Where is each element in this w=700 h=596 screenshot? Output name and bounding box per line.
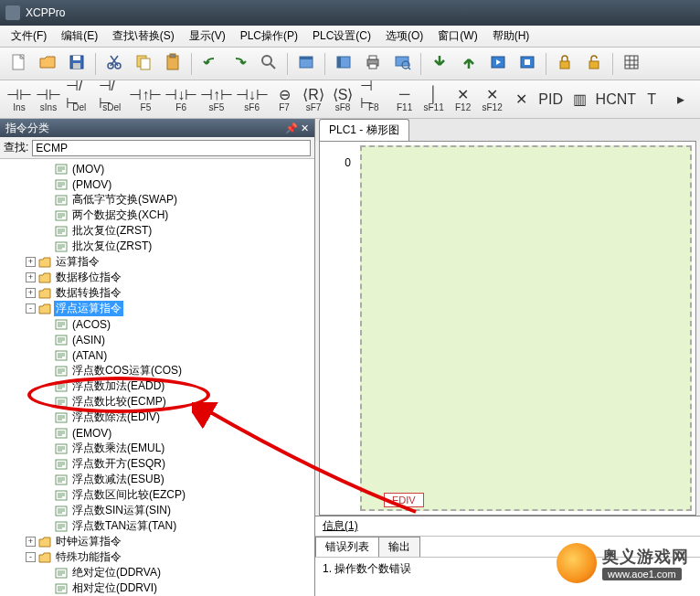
plc-tool-sF5[interactable]: ⊣↑⊢sF5 <box>200 82 234 117</box>
save-file-button[interactable] <box>64 51 90 77</box>
plc-tool-Del[interactable]: ⊣/⊢Del <box>64 82 95 117</box>
plc-tool-sF11[interactable]: │sF11 <box>420 82 448 117</box>
window1-button[interactable] <box>293 51 319 77</box>
plc-tool-sF6[interactable]: ⊣↓⊢sF6 <box>235 82 269 117</box>
tree-leaf[interactable]: 批次复位(ZRST) <box>0 239 314 254</box>
tree-leaf[interactable]: 浮点数区间比较(EZCP) <box>0 487 314 503</box>
expand-toggle-icon[interactable]: - <box>26 303 36 314</box>
plc-tool-sDel[interactable]: ⊣/⊢sDel <box>97 82 128 117</box>
ladder-canvas[interactable] <box>360 145 692 511</box>
new-file-button[interactable] <box>5 51 31 77</box>
tree-spacer <box>42 164 52 174</box>
open-file-button[interactable] <box>35 51 60 77</box>
lock2-button[interactable] <box>581 51 607 77</box>
tree-leaf[interactable]: (ACOS) <box>0 316 314 332</box>
tree-leaf[interactable]: 绝对定位(DDRVA) <box>0 565 314 580</box>
tree-leaf[interactable]: 浮点数COS运算(COS) <box>0 363 314 378</box>
pin-icon[interactable]: 📌 ✕ <box>285 122 309 134</box>
stop-button[interactable] <box>514 51 540 77</box>
expand-toggle-icon[interactable]: + <box>26 537 36 547</box>
menu-item[interactable]: PLC操作(P) <box>233 27 305 46</box>
plc-tool-T[interactable]: T <box>638 82 665 117</box>
copy-button[interactable] <box>131 51 156 77</box>
menu-item[interactable]: 文件(F) <box>4 27 54 46</box>
search-label: 查找: <box>4 140 28 155</box>
window2-button[interactable] <box>331 51 356 77</box>
plc-tool-Ins[interactable]: ⊣⊢Ins <box>5 82 33 117</box>
ladder-editor[interactable]: 0 EDIV <box>319 141 696 516</box>
expand-toggle-icon[interactable]: + <box>26 288 36 298</box>
download-icon <box>430 53 449 74</box>
menu-item[interactable]: 查找\替换(S) <box>105 27 181 46</box>
tree-leaf[interactable]: (ASIN) <box>0 332 314 347</box>
plc-tool-sF7[interactable]: ⟨R⟩sF7 <box>300 82 327 117</box>
tree-leaf[interactable]: 高低字节交换(SWAP) <box>0 192 314 208</box>
plc-tool-F11[interactable]: ─F11 <box>391 82 419 117</box>
plc-tool-✕[interactable]: ✕ <box>508 82 536 117</box>
plc-tool-F6[interactable]: ⊣↓⊢F6 <box>164 82 198 117</box>
tree-node-label: 浮点数加法(EADD) <box>70 378 166 394</box>
redo-button[interactable] <box>227 51 252 77</box>
tree-leaf[interactable]: 浮点数减法(ESUB) <box>0 472 314 487</box>
undo-button[interactable] <box>197 51 223 77</box>
plc-tool-label: sF8 <box>335 102 351 112</box>
svg-rect-25 <box>625 56 638 69</box>
tree-folder[interactable]: +运算指令 <box>0 254 314 270</box>
tree-leaf[interactable]: (MOV) <box>0 161 314 176</box>
run-button[interactable] <box>485 51 511 77</box>
tree-leaf[interactable]: (EMOV) <box>0 425 314 441</box>
plc-tool-HCNT[interactable]: HCNT <box>596 82 636 117</box>
tree-leaf[interactable]: 浮点数乘法(EMUL) <box>0 441 314 456</box>
menu-item[interactable]: PLC设置(C) <box>305 27 378 46</box>
tree-leaf[interactable]: 批次复位(ZRST) <box>0 223 314 239</box>
tree-leaf[interactable]: 两个数据交换(XCH) <box>0 208 314 223</box>
tree-folder[interactable]: +数据转换指令 <box>0 285 314 301</box>
plc-tool-F12[interactable]: ✕F12 <box>450 82 477 117</box>
tree-leaf[interactable]: 浮点数TAN运算(TAN) <box>0 518 314 534</box>
tree-folder[interactable]: +时钟运算指令 <box>0 534 314 549</box>
info-tab[interactable]: 输出 <box>378 537 420 557</box>
info-tab[interactable]: 错误列表 <box>315 537 379 557</box>
tree-leaf[interactable]: 浮点数比较(ECMP) <box>0 394 314 410</box>
paste-button[interactable] <box>160 51 186 77</box>
plc-tool-▥[interactable]: ▥ <box>567 82 594 117</box>
instruction-tree[interactable]: (MOV)(PMOV)高低字节交换(SWAP)两个数据交换(XCH)批次复位(Z… <box>0 159 314 596</box>
expand-toggle-icon[interactable]: + <box>26 257 36 267</box>
menu-item[interactable]: 帮助(H) <box>485 27 537 46</box>
plc-tool-F7[interactable]: ⊖F7 <box>270 82 298 117</box>
cut-button[interactable] <box>101 51 127 77</box>
tree-folder[interactable]: +数据移位指令 <box>0 270 314 285</box>
tree-leaf[interactable]: 浮点数除法(EDIV) <box>0 410 314 425</box>
tree-leaf[interactable]: 浮点数加法(EADD) <box>0 378 314 394</box>
print-button[interactable] <box>360 51 386 77</box>
plc-tool-▸[interactable]: ▸ <box>667 82 695 117</box>
lock1-button[interactable] <box>552 51 578 77</box>
monitor-button[interactable] <box>389 51 415 77</box>
plc-tool-sIns[interactable]: ⊣⊢sIns <box>35 82 62 117</box>
ladder-instruction-box[interactable]: EDIV <box>384 493 424 507</box>
tree-leaf[interactable]: 浮点数SIN运算(SIN) <box>0 503 314 518</box>
upload-button[interactable] <box>456 51 482 77</box>
tree-leaf[interactable]: (PMOV) <box>0 176 314 192</box>
search-input[interactable] <box>32 140 311 156</box>
tree-folder[interactable]: -特殊功能指令 <box>0 549 314 565</box>
tree-leaf[interactable]: 相对定位(DDRVI) <box>0 580 314 596</box>
menu-item[interactable]: 选项(O) <box>378 27 430 46</box>
grid-button[interactable] <box>619 51 644 77</box>
tree-folder[interactable]: -浮点运算指令 <box>0 301 314 316</box>
tree-leaf[interactable]: (ATAN) <box>0 347 314 363</box>
expand-toggle-icon[interactable]: + <box>26 272 36 282</box>
plc-tool-F8[interactable]: ⊣ ⊢F8 <box>358 82 389 117</box>
tab-plc1[interactable]: PLC1 - 梯形图 <box>319 119 409 141</box>
plc-tool-PID[interactable]: PID <box>537 82 565 117</box>
plc-tool-F5[interactable]: ⊣↑⊢F5 <box>129 82 163 117</box>
plc-tool-sF12[interactable]: ✕sF12 <box>479 82 506 117</box>
menu-item[interactable]: 窗口(W) <box>430 27 484 46</box>
tree-leaf[interactable]: 浮点数开方(ESQR) <box>0 456 314 472</box>
expand-toggle-icon[interactable]: - <box>26 552 36 562</box>
find-button[interactable] <box>256 51 281 77</box>
menu-item[interactable]: 编辑(E) <box>54 27 105 46</box>
plc-tool-sF8[interactable]: ⟨S⟩sF8 <box>329 82 356 117</box>
download-button[interactable] <box>427 51 452 77</box>
menu-item[interactable]: 显示(V) <box>182 27 233 46</box>
